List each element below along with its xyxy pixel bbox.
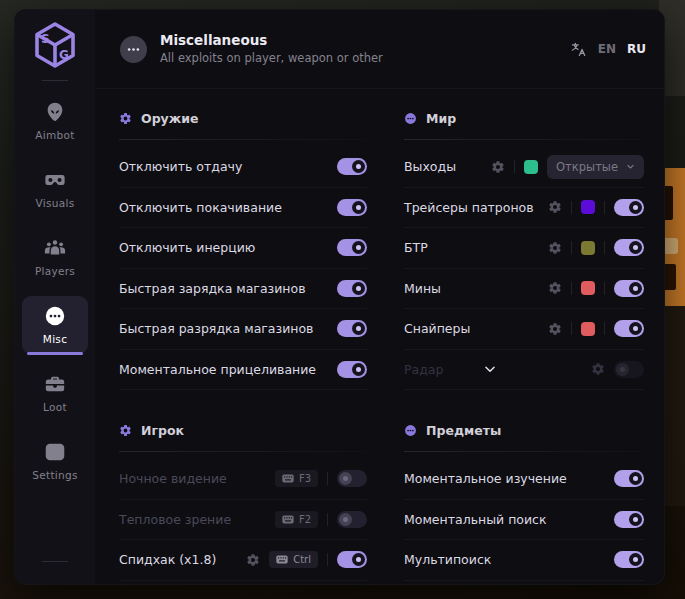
option-row-snipers: Снайперы xyxy=(404,309,644,350)
gear-icon[interactable] xyxy=(548,322,562,336)
toggle-switch[interactable] xyxy=(614,361,644,378)
toggle-switch[interactable] xyxy=(337,551,367,568)
section-title: Мир xyxy=(426,111,456,126)
toggle-switch[interactable] xyxy=(614,551,644,568)
color-swatch[interactable] xyxy=(581,200,595,214)
control-separator xyxy=(604,282,605,295)
sidebar-item-visuals[interactable]: Visuals xyxy=(22,160,88,218)
toggle-switch[interactable] xyxy=(337,361,367,378)
column-left: Оружие Отключить отдачу Отключить покачи… xyxy=(119,89,367,581)
color-swatch[interactable] xyxy=(581,281,595,295)
color-swatch[interactable] xyxy=(581,322,595,336)
dots-bubble-icon xyxy=(404,424,417,437)
control-separator xyxy=(571,241,572,254)
option-label: Быстрая зарядка магазинов xyxy=(119,281,306,296)
sidebar-item-label: Aimbot xyxy=(35,129,74,141)
gear-icon[interactable] xyxy=(591,362,605,376)
option-row-speedhack: Спидхак (x1.8) Ctrl xyxy=(119,540,367,581)
control-separator xyxy=(571,322,572,335)
hotkey-label: F3 xyxy=(299,473,311,484)
sidebar-item-aimbot[interactable]: Aimbot xyxy=(22,92,88,150)
option-row-night-vision: Ночное видение F3 xyxy=(119,459,367,500)
sidebar-item-label: Settings xyxy=(32,469,77,481)
sidebar: S G Aimbot Visuals Players Mi xyxy=(15,10,95,584)
toggle-switch[interactable] xyxy=(337,320,367,337)
option-label: Моментальный поиск xyxy=(404,512,547,527)
option-row-instant-examine: Моментальное изучение xyxy=(404,459,644,500)
toggle-switch[interactable] xyxy=(337,199,367,216)
gear-icon[interactable] xyxy=(548,200,562,214)
lang-ru-button[interactable]: RU xyxy=(627,42,646,56)
toggle-switch[interactable] xyxy=(337,511,367,528)
option-row-instant-ads: Моментальное прицеливание xyxy=(119,350,367,391)
section-divider xyxy=(404,451,644,452)
option-label: Отключить покачивание xyxy=(119,200,282,215)
sidebar-item-label: Visuals xyxy=(36,197,75,209)
option-label: Выходы xyxy=(404,159,456,174)
dropdown-value: Открытые xyxy=(556,160,618,174)
option-label: Моментальное изучение xyxy=(404,471,567,486)
toggle-switch[interactable] xyxy=(614,239,644,256)
vr-goggles-icon xyxy=(44,169,66,191)
option-row-fast-unload: Быстрая разрядка магазинов xyxy=(119,309,367,350)
sidebar-item-players[interactable]: Players xyxy=(22,228,88,286)
cheat-menu-window: S G Aimbot Visuals Players Mi xyxy=(14,9,665,585)
sidebar-item-label: Loot xyxy=(43,401,67,413)
hotkey-badge[interactable]: F2 xyxy=(275,511,318,528)
lang-en-button[interactable]: EN xyxy=(598,42,616,56)
option-label: Отключить отдачу xyxy=(119,159,242,174)
gear-icon[interactable] xyxy=(548,281,562,295)
keyboard-icon xyxy=(276,555,288,564)
toggle-switch[interactable] xyxy=(337,239,367,256)
chevron-down-icon[interactable] xyxy=(483,362,497,376)
option-label: Спидхак (x1.8) xyxy=(119,552,216,567)
option-label: Быстрая разрядка магазинов xyxy=(119,321,313,336)
gear-icon[interactable] xyxy=(246,553,260,567)
toggle-switch[interactable] xyxy=(614,199,644,216)
gear-icon[interactable] xyxy=(548,241,562,255)
gear-icon[interactable] xyxy=(491,160,505,174)
toggle-switch[interactable] xyxy=(614,320,644,337)
color-swatch[interactable] xyxy=(581,241,595,255)
content-area: Оружие Отключить отдачу Отключить покачи… xyxy=(95,89,664,584)
toggle-switch[interactable] xyxy=(614,511,644,528)
sidebar-divider xyxy=(42,80,68,81)
toggle-switch[interactable] xyxy=(337,280,367,297)
option-label: Мультипоиск xyxy=(404,552,491,567)
option-row-no-recoil: Отключить отдачу xyxy=(119,147,367,188)
page-title: Miscellaneous xyxy=(160,34,383,48)
toggle-switch[interactable] xyxy=(337,158,367,175)
control-separator xyxy=(604,241,605,254)
hotkey-label: Ctrl xyxy=(293,554,311,565)
section-title: Предметы xyxy=(426,423,501,438)
header-text: Miscellaneous All exploits on player, we… xyxy=(160,34,383,64)
option-row-multisearch: Мультипоиск xyxy=(404,540,644,581)
exits-dropdown[interactable]: Открытые xyxy=(547,155,644,179)
players-icon xyxy=(44,237,66,259)
page-subtitle: All exploits on player, weapon or other xyxy=(160,53,383,65)
gear-icon xyxy=(119,424,132,437)
hotkey-badge[interactable]: F3 xyxy=(275,470,318,487)
sidebar-item-misc[interactable]: Misc xyxy=(22,296,88,354)
toggle-switch[interactable] xyxy=(614,280,644,297)
control-separator xyxy=(514,160,515,173)
gear-icon xyxy=(119,112,132,125)
ellipsis-circle-icon xyxy=(120,36,147,63)
section-world-header: Мир xyxy=(404,106,644,130)
hotkey-badge[interactable]: Ctrl xyxy=(269,551,318,568)
toggle-switch[interactable] xyxy=(337,470,367,487)
world-rows: Выходы Открытые Трейсеры пат xyxy=(404,147,644,390)
control-separator xyxy=(327,553,328,566)
svg-text:S: S xyxy=(41,32,50,46)
color-swatch[interactable] xyxy=(524,160,538,174)
toggle-switch[interactable] xyxy=(614,470,644,487)
option-row-btr: БТР xyxy=(404,228,644,269)
svg-text:G: G xyxy=(59,48,69,62)
dots-bubble-icon xyxy=(404,112,417,125)
option-row-no-inertia: Отключить инерцию xyxy=(119,228,367,269)
option-label: Радар xyxy=(404,362,443,377)
option-label: Ночное видение xyxy=(119,471,227,486)
sidebar-item-settings[interactable]: Settings xyxy=(22,432,88,490)
player-rows: Ночное видение F3 Тепловое зрение xyxy=(119,459,367,581)
sidebar-item-loot[interactable]: Loot xyxy=(22,364,88,422)
